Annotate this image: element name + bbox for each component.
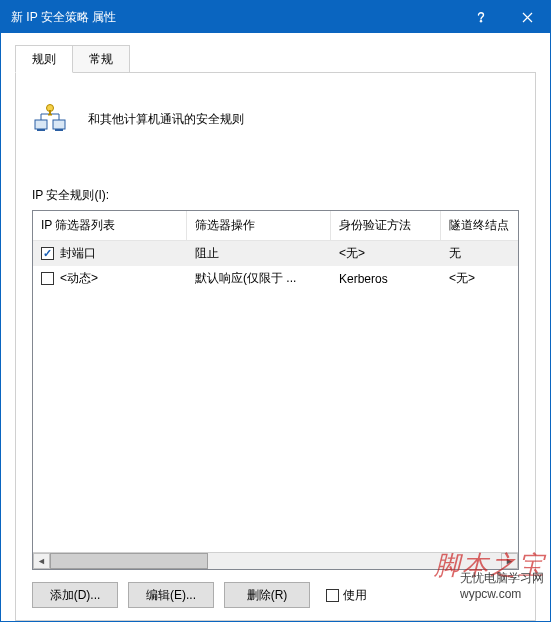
tab-strip: 规则 常规 — [15, 47, 536, 73]
column-header-filter-list[interactable]: IP 筛选器列表 — [33, 211, 187, 240]
button-label: 添加(D)... — [50, 587, 101, 604]
svg-rect-3 — [53, 120, 65, 129]
add-button[interactable]: 添加(D)... — [32, 582, 118, 608]
cell-tunnel-endpoint: 无 — [441, 241, 518, 266]
column-header-filter-action[interactable]: 筛选器操作 — [187, 211, 331, 240]
svg-point-0 — [480, 20, 482, 22]
button-row: 添加(D)... 编辑(E)... 删除(R) 使用 — [32, 582, 519, 608]
list-row[interactable]: 封端口 阻止 <无> 无 — [33, 241, 518, 266]
cell-filter-list: <动态> — [60, 270, 98, 287]
button-label: 删除(R) — [247, 587, 288, 604]
client-area: 规则 常规 — [1, 33, 550, 621]
column-header-auth-method[interactable]: 身份验证方法 — [331, 211, 441, 240]
description-row: 和其他计算机通讯的安全规则 — [32, 99, 519, 139]
titlebar[interactable]: 新 IP 安全策略 属性 — [1, 1, 550, 33]
scroll-right-button[interactable]: ► — [501, 553, 518, 569]
column-header-tunnel-endpoint[interactable]: 隧道终结点 — [441, 211, 518, 240]
scroll-thumb[interactable] — [50, 553, 208, 569]
row-checkbox[interactable] — [41, 247, 54, 260]
dialog-window: 新 IP 安全策略 属性 规则 常规 — [0, 0, 551, 622]
section-label: IP 安全规则(I): — [32, 187, 519, 204]
use-wizard-label: 使用 — [343, 587, 367, 604]
cell-filter-list: 封端口 — [60, 245, 96, 262]
cell-auth-method: <无> — [331, 241, 441, 266]
remove-button[interactable]: 删除(R) — [224, 582, 310, 608]
tab-rules[interactable]: 规则 — [15, 45, 73, 73]
cell-auth-method: Kerberos — [331, 266, 441, 291]
rules-listview[interactable]: IP 筛选器列表 筛选器操作 身份验证方法 隧道终结点 封端口 阻止 <无> — [32, 210, 519, 570]
svg-rect-1 — [35, 120, 47, 129]
help-icon — [475, 11, 487, 23]
use-wizard-checkbox[interactable] — [326, 589, 339, 602]
listview-header: IP 筛选器列表 筛选器操作 身份验证方法 隧道终结点 — [33, 211, 518, 241]
security-rules-icon — [32, 99, 72, 139]
rules-list-wrap: IP 筛选器列表 筛选器操作 身份验证方法 隧道终结点 封端口 阻止 <无> — [32, 210, 519, 570]
close-button[interactable] — [504, 1, 550, 33]
tab-general[interactable]: 常规 — [72, 45, 130, 72]
scroll-left-button[interactable]: ◄ — [33, 553, 50, 569]
svg-rect-2 — [37, 129, 45, 131]
horizontal-scrollbar[interactable]: ◄ ► — [33, 552, 518, 569]
help-button[interactable] — [458, 1, 504, 33]
cell-filter-action: 阻止 — [187, 241, 331, 266]
listview-body: 封端口 阻止 <无> 无 <动态> 默认响应(仅限于 ... — [33, 241, 518, 552]
cell-filter-action: 默认响应(仅限于 ... — [187, 266, 331, 291]
list-row[interactable]: <动态> 默认响应(仅限于 ... Kerberos <无> — [33, 266, 518, 291]
cell-tunnel-endpoint: <无> — [441, 266, 518, 291]
window-title: 新 IP 安全策略 属性 — [11, 9, 116, 26]
tab-label: 常规 — [89, 52, 113, 66]
svg-rect-7 — [48, 114, 52, 116]
tab-label: 规则 — [32, 52, 56, 66]
close-icon — [522, 12, 533, 23]
row-checkbox[interactable] — [41, 272, 54, 285]
edit-button[interactable]: 编辑(E)... — [128, 582, 214, 608]
scroll-track[interactable] — [50, 553, 501, 569]
tab-panel-rules: 和其他计算机通讯的安全规则 IP 安全规则(I): IP 筛选器列表 筛选器操作… — [15, 73, 536, 621]
button-label: 编辑(E)... — [146, 587, 196, 604]
use-wizard-option[interactable]: 使用 — [326, 587, 367, 604]
description-text: 和其他计算机通讯的安全规则 — [88, 111, 244, 128]
svg-rect-4 — [55, 129, 63, 131]
